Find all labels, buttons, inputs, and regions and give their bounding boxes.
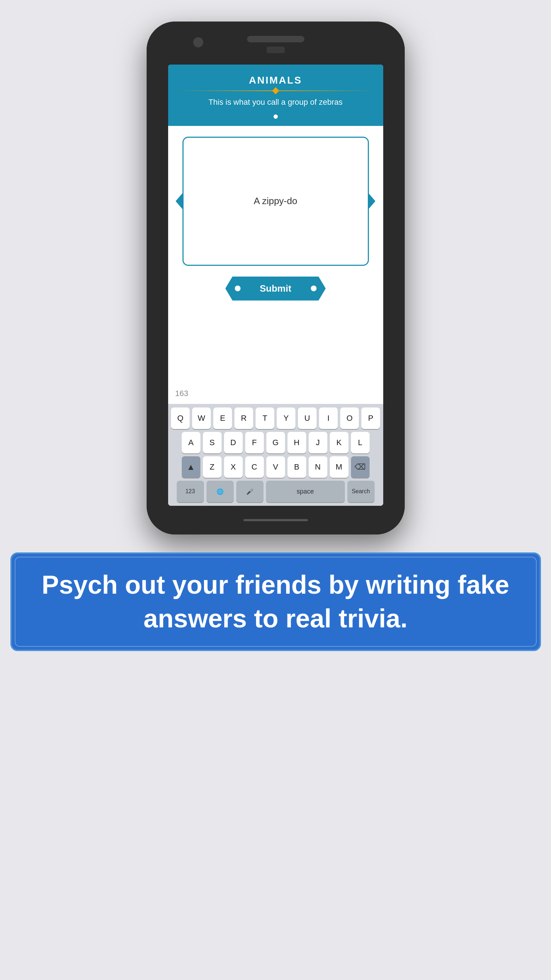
key-row-3: ▲ Z X C V B N M ⌫ xyxy=(170,456,381,478)
key-e[interactable]: E xyxy=(213,407,232,429)
delete-key[interactable]: ⌫ xyxy=(351,456,370,478)
camera xyxy=(193,37,203,47)
key-r[interactable]: R xyxy=(235,407,253,429)
key-m[interactable]: M xyxy=(330,456,348,478)
shift-key[interactable]: ▲ xyxy=(182,456,200,478)
next-arrow[interactable] xyxy=(368,192,381,210)
key-p[interactable]: P xyxy=(361,407,380,429)
answer-card: A zippy-do xyxy=(183,137,369,266)
divider-diamond xyxy=(272,87,279,94)
key-c[interactable]: C xyxy=(245,456,264,478)
globe-key[interactable]: 🌐 xyxy=(206,480,234,502)
prev-arrow[interactable] xyxy=(171,192,184,210)
key-i[interactable]: I xyxy=(319,407,338,429)
key-v[interactable]: V xyxy=(266,456,285,478)
divider-line xyxy=(175,91,376,91)
key-t[interactable]: T xyxy=(256,407,274,429)
key-s[interactable]: S xyxy=(203,432,222,453)
phone-shell: ANIMALS This is what you call a group of… xyxy=(147,22,405,535)
home-indicator xyxy=(243,519,308,521)
key-j[interactable]: J xyxy=(309,432,327,453)
header-dot xyxy=(273,115,278,119)
bottom-banner: Psych out your friends by writing fake a… xyxy=(10,552,541,651)
phone-screen: ANIMALS This is what you call a group of… xyxy=(168,65,383,506)
key-h[interactable]: H xyxy=(287,432,306,453)
key-o[interactable]: O xyxy=(340,407,359,429)
space-key[interactable]: space xyxy=(266,480,345,502)
search-key[interactable]: Search xyxy=(348,480,375,502)
key-k[interactable]: K xyxy=(330,432,348,453)
key-n[interactable]: N xyxy=(309,456,327,478)
key-row-2: A S D F G H J K L xyxy=(170,432,381,453)
answer-area: A zippy-do Submit 163 xyxy=(168,126,383,404)
key-z[interactable]: Z xyxy=(203,456,222,478)
phone-bottom xyxy=(147,506,405,535)
score-counter: 163 xyxy=(175,389,189,398)
key-l[interactable]: L xyxy=(351,432,370,453)
key-g[interactable]: G xyxy=(266,432,285,453)
mic-key[interactable]: 🎤 xyxy=(236,480,264,502)
app-content: ANIMALS This is what you call a group of… xyxy=(168,65,383,506)
banner-text: Psych out your friends by writing fake a… xyxy=(33,568,518,635)
key-u[interactable]: U xyxy=(298,407,316,429)
app-header: ANIMALS This is what you call a group of… xyxy=(168,65,383,126)
answer-text: A zippy-do xyxy=(247,188,304,214)
key-w[interactable]: W xyxy=(192,407,211,429)
key-y[interactable]: Y xyxy=(277,407,295,429)
submit-button-wrapper: Submit xyxy=(225,277,326,301)
key-f[interactable]: F xyxy=(245,432,264,453)
key-d[interactable]: D xyxy=(224,432,243,453)
key-row-1: Q W E R T Y U I O P xyxy=(170,407,381,429)
key-b[interactable]: B xyxy=(287,456,306,478)
key-x[interactable]: X xyxy=(224,456,243,478)
key-row-4: 123 🌐 🎤 space Search xyxy=(170,480,381,502)
speaker xyxy=(247,36,304,42)
keyboard: Q W E R T Y U I O P A S D F G xyxy=(168,404,383,506)
numbers-key[interactable]: 123 xyxy=(177,480,204,502)
category-title: ANIMALS xyxy=(249,75,302,86)
submit-button[interactable]: Submit xyxy=(225,277,326,301)
key-a[interactable]: A xyxy=(182,432,200,453)
question-text: This is what you call a group of zebras xyxy=(205,97,346,111)
sensor xyxy=(267,47,285,53)
phone-top xyxy=(147,22,405,65)
key-q[interactable]: Q xyxy=(171,407,190,429)
